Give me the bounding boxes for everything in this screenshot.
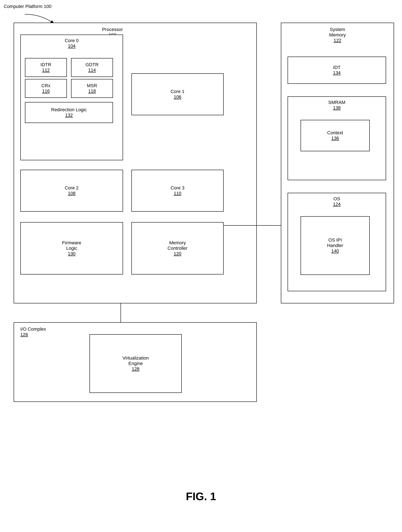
os-ipi-box: OS IPI Handler 140 (300, 216, 370, 275)
system-memory-box: System Memory 122 IDT 134 SMRAM 138 Cont… (281, 23, 394, 304)
idtr-box: IDTR 112 (25, 58, 67, 77)
msr-box: MSR 118 (71, 79, 113, 98)
fig-label: FIG. 1 (186, 490, 216, 503)
os-box: OS 124 OS IPI Handler 140 (287, 193, 386, 291)
connector-v1 (121, 304, 121, 322)
virtualization-box: Virtualization Engine 128 (89, 334, 182, 393)
redirection-box: Redirection Logic 132 (25, 102, 113, 123)
crx-box: CRx 116 (25, 79, 67, 98)
firmware-box: Firmware Logic 130 (20, 222, 123, 274)
connector-h1 (223, 225, 281, 226)
core2-box: Core 2 108 (20, 170, 123, 212)
smram-box: SMRAM 138 Context 136 (287, 96, 386, 180)
gdtr-box: GDTR 114 (71, 58, 113, 77)
core0-box: Core 0 104 IDTR 112 GDTR 114 CRx 116 MSR… (20, 35, 123, 160)
memory-controller-box: Memory Controller 120 (131, 222, 224, 274)
core1-box: Core 1 106 (131, 73, 224, 115)
io-complex-box: I/O Complex 126 Virtualization Engine 12… (14, 322, 257, 402)
page: Computer Platform 100 Processor 102 Core… (0, 0, 402, 532)
processor-box: Processor 102 Core 0 104 IDTR 112 GDTR 1… (14, 23, 257, 304)
os-label: OS 124 (288, 196, 386, 207)
smram-label: SMRAM 138 (288, 100, 386, 111)
io-label: I/O Complex 126 (20, 326, 46, 337)
core3-box: Core 3 110 (131, 170, 224, 212)
idt-box: IDT 134 (287, 57, 386, 84)
context-box: Context 136 (300, 120, 370, 151)
system-memory-label: System Memory 122 (281, 27, 394, 43)
core0-label: Core 0 104 (21, 38, 123, 49)
